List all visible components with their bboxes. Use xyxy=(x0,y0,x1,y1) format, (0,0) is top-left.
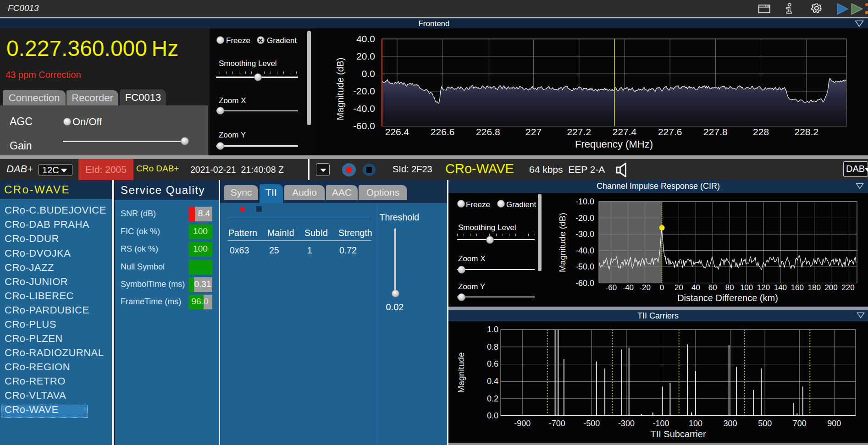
svg-text:-30.0: -30.0 xyxy=(575,230,594,239)
svg-text:300: 300 xyxy=(724,419,737,428)
svg-text:TII Carriers: TII Carriers xyxy=(637,311,679,320)
svg-text:120: 120 xyxy=(757,283,770,292)
svg-text:-60.0: -60.0 xyxy=(353,121,375,131)
svg-text:228: 228 xyxy=(753,126,769,137)
svg-text:0: 0 xyxy=(660,283,664,292)
svg-text:Frequency (MHz): Frequency (MHz) xyxy=(575,138,653,150)
svg-text:0.2: 0.2 xyxy=(487,394,498,403)
svg-text:226.4: 226.4 xyxy=(385,126,409,137)
svg-text:226.6: 226.6 xyxy=(431,126,455,137)
svg-text:-300: -300 xyxy=(618,419,635,428)
svg-text:-500: -500 xyxy=(583,419,600,428)
svg-text:200: 200 xyxy=(824,283,837,292)
svg-text:0.6: 0.6 xyxy=(487,359,498,368)
svg-text:100: 100 xyxy=(740,283,753,292)
svg-text:Magnitude (dB): Magnitude (dB) xyxy=(335,58,345,121)
svg-text:20: 20 xyxy=(674,283,683,292)
svg-text:-20.0: -20.0 xyxy=(575,214,594,223)
svg-text:-50.0: -50.0 xyxy=(575,262,594,271)
svg-text:80: 80 xyxy=(725,283,734,292)
svg-text:700: 700 xyxy=(793,419,807,428)
svg-text:220: 220 xyxy=(841,283,854,292)
svg-text:227.2: 227.2 xyxy=(567,126,592,137)
svg-text:-60: -60 xyxy=(606,283,617,292)
svg-text:140: 140 xyxy=(774,283,787,292)
svg-text:Magnitude: Magnitude xyxy=(456,352,466,393)
svg-text:-10.0: -10.0 xyxy=(575,197,594,206)
svg-text:1.0: 1.0 xyxy=(487,325,498,334)
svg-text:0.8: 0.8 xyxy=(487,342,498,352)
svg-text:160: 160 xyxy=(791,283,804,292)
svg-text:TII Subcarrier: TII Subcarrier xyxy=(650,429,706,439)
svg-text:500: 500 xyxy=(758,419,772,428)
svg-text:100: 100 xyxy=(689,419,702,428)
svg-text:227: 227 xyxy=(525,126,542,137)
svg-text:0.4: 0.4 xyxy=(487,377,498,386)
svg-text:20.0: 20.0 xyxy=(356,51,375,61)
svg-text:227.6: 227.6 xyxy=(658,126,682,137)
svg-text:-40.0: -40.0 xyxy=(353,103,375,114)
svg-text:-60.0: -60.0 xyxy=(575,279,594,288)
svg-text:-20: -20 xyxy=(639,283,651,292)
svg-text:-40: -40 xyxy=(623,283,634,292)
svg-text:-900: -900 xyxy=(514,419,531,428)
svg-text:Magnitude (dB): Magnitude (dB) xyxy=(558,213,567,272)
svg-text:-100: -100 xyxy=(652,419,669,428)
svg-text:Distance Difference (km): Distance Difference (km) xyxy=(677,293,778,303)
svg-text:227.8: 227.8 xyxy=(703,126,728,137)
svg-text:40: 40 xyxy=(691,283,700,292)
svg-text:227.4: 227.4 xyxy=(613,126,637,137)
svg-text:60: 60 xyxy=(708,283,717,292)
svg-text:-20.0: -20.0 xyxy=(353,86,375,96)
svg-text:40.0: 40.0 xyxy=(356,33,375,44)
svg-text:180: 180 xyxy=(808,283,821,292)
svg-text:-700: -700 xyxy=(549,419,565,428)
svg-text:0.0: 0.0 xyxy=(487,411,498,420)
svg-text:228.2: 228.2 xyxy=(795,126,819,137)
svg-text:226.8: 226.8 xyxy=(476,126,500,137)
svg-text:0.0: 0.0 xyxy=(362,68,375,79)
svg-text:900: 900 xyxy=(827,419,841,428)
svg-text:-40.0: -40.0 xyxy=(575,246,594,255)
